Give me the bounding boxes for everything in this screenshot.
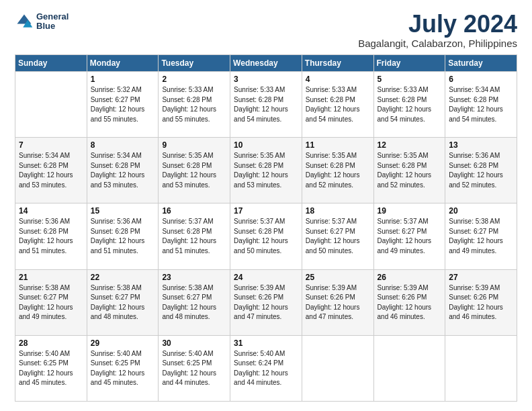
main-title: July 2024 xyxy=(358,12,517,36)
calendar-cell: 3Sunrise: 5:33 AMSunset: 6:28 PMDaylight… xyxy=(230,72,302,138)
calendar-cell: 10Sunrise: 5:35 AMSunset: 6:28 PMDayligh… xyxy=(230,138,302,203)
day-number: 24 xyxy=(234,273,298,282)
day-number: 7 xyxy=(19,140,83,150)
day-number: 30 xyxy=(162,338,226,348)
day-number: 31 xyxy=(234,338,298,348)
day-number: 12 xyxy=(378,140,442,150)
day-info: Sunrise: 5:34 AMSunset: 6:28 PMDaylight:… xyxy=(449,85,513,124)
day-info: Sunrise: 5:35 AMSunset: 6:28 PMDaylight:… xyxy=(378,151,442,190)
day-info: Sunrise: 5:40 AMSunset: 6:25 PMDaylight:… xyxy=(91,349,155,388)
day-number: 23 xyxy=(162,273,226,282)
day-number: 26 xyxy=(378,273,442,282)
day-info: Sunrise: 5:35 AMSunset: 6:28 PMDaylight:… xyxy=(234,151,298,190)
day-info: Sunrise: 5:38 AMSunset: 6:27 PMDaylight:… xyxy=(19,283,83,322)
day-info: Sunrise: 5:34 AMSunset: 6:28 PMDaylight:… xyxy=(91,151,155,190)
calendar-cell: 5Sunrise: 5:33 AMSunset: 6:28 PMDaylight… xyxy=(373,72,445,138)
weekday-header: Thursday xyxy=(302,55,373,72)
day-number: 9 xyxy=(162,140,226,150)
day-info: Sunrise: 5:33 AMSunset: 6:28 PMDaylight:… xyxy=(306,85,370,124)
calendar-cell xyxy=(373,335,445,401)
day-info: Sunrise: 5:36 AMSunset: 6:28 PMDaylight:… xyxy=(19,217,83,256)
weekday-header: Friday xyxy=(373,55,445,72)
calendar-cell: 20Sunrise: 5:38 AMSunset: 6:27 PMDayligh… xyxy=(445,203,517,269)
calendar-cell: 23Sunrise: 5:38 AMSunset: 6:27 PMDayligh… xyxy=(159,269,230,335)
calendar-cell: 25Sunrise: 5:39 AMSunset: 6:26 PMDayligh… xyxy=(302,269,373,335)
day-info: Sunrise: 5:38 AMSunset: 6:27 PMDaylight:… xyxy=(449,217,513,256)
calendar-cell: 19Sunrise: 5:37 AMSunset: 6:27 PMDayligh… xyxy=(373,203,445,269)
day-info: Sunrise: 5:32 AMSunset: 6:27 PMDaylight:… xyxy=(91,85,155,124)
calendar-cell: 18Sunrise: 5:37 AMSunset: 6:27 PMDayligh… xyxy=(302,203,373,269)
weekday-header: Tuesday xyxy=(159,55,230,72)
day-number: 8 xyxy=(91,140,155,150)
calendar-header-row: SundayMondayTuesdayWednesdayThursdayFrid… xyxy=(15,55,517,72)
day-number: 29 xyxy=(91,338,155,348)
day-number: 18 xyxy=(306,206,370,216)
day-info: Sunrise: 5:39 AMSunset: 6:26 PMDaylight:… xyxy=(234,283,298,322)
day-number: 6 xyxy=(449,75,513,84)
calendar-cell: 30Sunrise: 5:40 AMSunset: 6:25 PMDayligh… xyxy=(159,335,230,401)
day-number: 17 xyxy=(234,206,298,216)
day-info: Sunrise: 5:36 AMSunset: 6:28 PMDaylight:… xyxy=(449,151,513,190)
subtitle: Bagalangit, Calabarzon, Philippines xyxy=(358,38,517,49)
calendar-week-row: 7Sunrise: 5:34 AMSunset: 6:28 PMDaylight… xyxy=(15,138,517,203)
day-number: 2 xyxy=(162,75,226,84)
day-number: 14 xyxy=(19,206,83,216)
calendar-cell: 14Sunrise: 5:36 AMSunset: 6:28 PMDayligh… xyxy=(15,203,87,269)
day-info: Sunrise: 5:37 AMSunset: 6:27 PMDaylight:… xyxy=(378,217,442,256)
calendar-cell: 13Sunrise: 5:36 AMSunset: 6:28 PMDayligh… xyxy=(445,138,517,203)
day-number: 20 xyxy=(449,206,513,216)
calendar-cell: 1Sunrise: 5:32 AMSunset: 6:27 PMDaylight… xyxy=(87,72,159,138)
calendar-cell: 2Sunrise: 5:33 AMSunset: 6:28 PMDaylight… xyxy=(159,72,230,138)
day-number: 19 xyxy=(378,206,442,216)
day-number: 5 xyxy=(378,75,442,84)
calendar-cell: 8Sunrise: 5:34 AMSunset: 6:28 PMDaylight… xyxy=(87,138,159,203)
day-number: 1 xyxy=(91,75,155,84)
day-number: 28 xyxy=(19,338,83,348)
calendar-cell: 16Sunrise: 5:37 AMSunset: 6:28 PMDayligh… xyxy=(159,203,230,269)
calendar-cell: 9Sunrise: 5:35 AMSunset: 6:28 PMDaylight… xyxy=(159,138,230,203)
weekday-header: Sunday xyxy=(15,55,87,72)
day-number: 4 xyxy=(306,75,370,84)
calendar-cell: 7Sunrise: 5:34 AMSunset: 6:28 PMDaylight… xyxy=(15,138,87,203)
calendar-cell: 11Sunrise: 5:35 AMSunset: 6:28 PMDayligh… xyxy=(302,138,373,203)
calendar-week-row: 28Sunrise: 5:40 AMSunset: 6:25 PMDayligh… xyxy=(15,335,517,401)
calendar-cell: 26Sunrise: 5:39 AMSunset: 6:26 PMDayligh… xyxy=(373,269,445,335)
day-number: 22 xyxy=(91,273,155,282)
logo-text: General Blue xyxy=(36,12,69,32)
calendar-cell: 15Sunrise: 5:36 AMSunset: 6:28 PMDayligh… xyxy=(87,203,159,269)
day-number: 11 xyxy=(306,140,370,150)
day-info: Sunrise: 5:34 AMSunset: 6:28 PMDaylight:… xyxy=(19,151,83,190)
day-number: 27 xyxy=(449,273,513,282)
weekday-header: Wednesday xyxy=(230,55,302,72)
day-info: Sunrise: 5:37 AMSunset: 6:28 PMDaylight:… xyxy=(234,217,298,256)
calendar-cell: 27Sunrise: 5:39 AMSunset: 6:26 PMDayligh… xyxy=(445,269,517,335)
day-info: Sunrise: 5:40 AMSunset: 6:24 PMDaylight:… xyxy=(234,349,298,388)
day-info: Sunrise: 5:40 AMSunset: 6:25 PMDaylight:… xyxy=(162,349,226,388)
logo: General Blue xyxy=(15,12,69,32)
day-number: 15 xyxy=(91,206,155,216)
day-info: Sunrise: 5:39 AMSunset: 6:26 PMDaylight:… xyxy=(306,283,370,322)
header: General Blue July 2024 Bagalangit, Calab… xyxy=(15,12,517,49)
day-number: 21 xyxy=(19,273,83,282)
calendar-cell xyxy=(15,72,87,138)
day-info: Sunrise: 5:33 AMSunset: 6:28 PMDaylight:… xyxy=(162,85,226,124)
calendar-cell: 21Sunrise: 5:38 AMSunset: 6:27 PMDayligh… xyxy=(15,269,87,335)
calendar-cell xyxy=(445,335,517,401)
page: General Blue July 2024 Bagalangit, Calab… xyxy=(0,0,532,411)
day-number: 16 xyxy=(162,206,226,216)
title-block: July 2024 Bagalangit, Calabarzon, Philip… xyxy=(358,12,517,49)
weekday-header: Monday xyxy=(87,55,159,72)
day-info: Sunrise: 5:40 AMSunset: 6:25 PMDaylight:… xyxy=(19,349,83,388)
day-number: 3 xyxy=(234,75,298,84)
calendar-cell: 12Sunrise: 5:35 AMSunset: 6:28 PMDayligh… xyxy=(373,138,445,203)
day-info: Sunrise: 5:33 AMSunset: 6:28 PMDaylight:… xyxy=(378,85,442,124)
calendar-cell: 24Sunrise: 5:39 AMSunset: 6:26 PMDayligh… xyxy=(230,269,302,335)
logo-icon xyxy=(15,12,34,31)
calendar-cell xyxy=(302,335,373,401)
day-number: 13 xyxy=(449,140,513,150)
calendar-cell: 22Sunrise: 5:38 AMSunset: 6:27 PMDayligh… xyxy=(87,269,159,335)
day-info: Sunrise: 5:35 AMSunset: 6:28 PMDaylight:… xyxy=(306,151,370,190)
day-info: Sunrise: 5:33 AMSunset: 6:28 PMDaylight:… xyxy=(234,85,298,124)
calendar-cell: 29Sunrise: 5:40 AMSunset: 6:25 PMDayligh… xyxy=(87,335,159,401)
calendar-cell: 31Sunrise: 5:40 AMSunset: 6:24 PMDayligh… xyxy=(230,335,302,401)
